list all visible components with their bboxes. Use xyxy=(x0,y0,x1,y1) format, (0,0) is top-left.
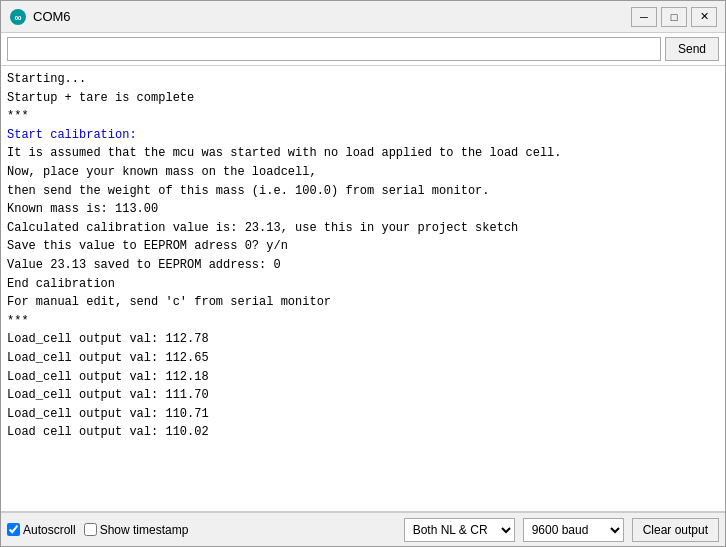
output-line: Value 23.13 saved to EEPROM address: 0 xyxy=(7,256,719,275)
output-line: Starting... xyxy=(7,70,719,89)
output-line: Load_cell output val: 112.78 xyxy=(7,330,719,349)
timestamp-text: Show timestamp xyxy=(100,523,189,537)
autoscroll-text: Autoscroll xyxy=(23,523,76,537)
output-line: Now, place your known mass on the loadce… xyxy=(7,163,719,182)
output-line: It is assumed that the mcu was started w… xyxy=(7,144,719,163)
autoscroll-label[interactable]: Autoscroll xyxy=(7,523,76,537)
window-controls: ─ □ ✕ xyxy=(631,7,717,27)
output-line: *** xyxy=(7,107,719,126)
output-line: Load_cell output val: 112.65 xyxy=(7,349,719,368)
output-line: For manual edit, send 'c' from serial mo… xyxy=(7,293,719,312)
window-title: COM6 xyxy=(33,9,631,24)
arduino-icon: ∞ xyxy=(9,8,27,26)
clear-output-button[interactable]: Clear output xyxy=(632,518,719,542)
output-line: Known mass is: 113.00 xyxy=(7,200,719,219)
output-line: Load cell output val: 110.02 xyxy=(7,423,719,442)
input-area: Send xyxy=(1,33,725,66)
close-button[interactable]: ✕ xyxy=(691,7,717,27)
timestamp-label[interactable]: Show timestamp xyxy=(84,523,189,537)
autoscroll-checkbox[interactable] xyxy=(7,523,20,536)
output-line: Load_cell output val: 110.71 xyxy=(7,405,719,424)
output-line: then send the weight of this mass (i.e. … xyxy=(7,182,719,201)
output-line: Load_cell output val: 111.70 xyxy=(7,386,719,405)
output-line: Startup + tare is complete xyxy=(7,89,719,108)
serial-input[interactable] xyxy=(7,37,661,61)
output-area: Starting...Startup + tare is complete***… xyxy=(1,66,725,512)
timestamp-checkbox[interactable] xyxy=(84,523,97,536)
send-button[interactable]: Send xyxy=(665,37,719,61)
output-line: Start calibration: xyxy=(7,126,719,145)
line-ending-select[interactable]: No line endingNewlineCarriage returnBoth… xyxy=(404,518,515,542)
status-bar: Autoscroll Show timestamp No line ending… xyxy=(1,512,725,546)
minimize-button[interactable]: ─ xyxy=(631,7,657,27)
output-line: End calibration xyxy=(7,275,719,294)
main-window: ∞ COM6 ─ □ ✕ Send Starting...Startup + t… xyxy=(0,0,726,547)
output-line: *** xyxy=(7,312,719,331)
output-line: Save this value to EEPROM adress 0? y/n xyxy=(7,237,719,256)
svg-text:∞: ∞ xyxy=(14,12,21,23)
output-line: Calculated calibration value is: 23.13, … xyxy=(7,219,719,238)
output-line: Load_cell output val: 112.18 xyxy=(7,368,719,387)
title-bar: ∞ COM6 ─ □ ✕ xyxy=(1,1,725,33)
baud-rate-select[interactable]: 300 baud1200 baud2400 baud4800 baud9600 … xyxy=(523,518,624,542)
maximize-button[interactable]: □ xyxy=(661,7,687,27)
